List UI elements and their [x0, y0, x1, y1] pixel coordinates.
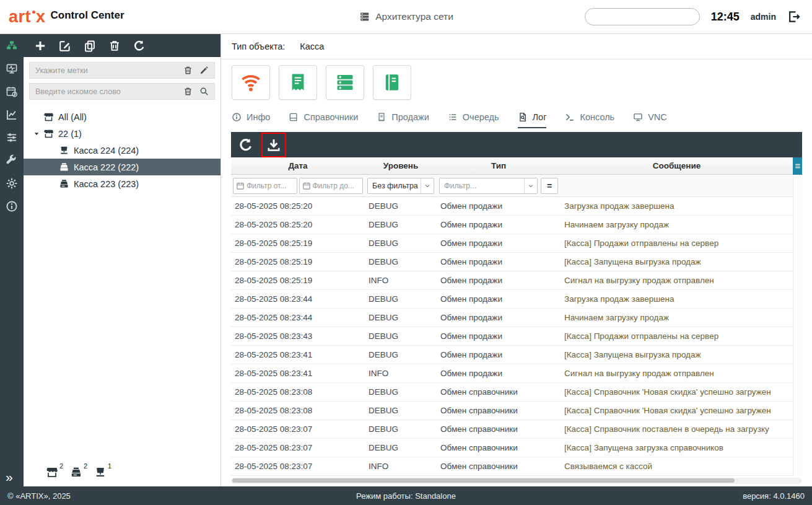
table-row[interactable]: 28-05-2025 08:25:19 INFO Обмен продажи С… — [231, 271, 802, 290]
column-header-date[interactable]: Дата — [231, 161, 365, 170]
table-row[interactable]: 28-05-2025 08:25:19 DEBUG Обмен продажи … — [231, 253, 802, 271]
terminals-counter: 1 — [94, 466, 107, 478]
download-log-button[interactable] — [263, 134, 284, 156]
tab-console[interactable]: Консоль — [565, 112, 614, 128]
cell-date: 28-05-2025 08:25:19 — [231, 239, 365, 248]
object-type-row: Тип объекта: Касса — [221, 34, 812, 59]
caret-down-icon — [33, 130, 40, 138]
sidebar-item-parameters[interactable] — [6, 131, 18, 144]
sidebar-item-reports[interactable] — [6, 108, 18, 121]
sidebar-item-service[interactable] — [6, 154, 18, 167]
cell-level: DEBUG — [365, 387, 437, 397]
table-row[interactable]: 28-05-2025 08:23:08 DEBUG Обмен справочн… — [231, 402, 802, 420]
table-filter-row: Без фильтра Фильтр... = — [231, 175, 802, 197]
sidebar-item-settings[interactable] — [6, 177, 18, 190]
wifi-status-card[interactable] — [232, 65, 270, 100]
table-row[interactable]: 28-05-2025 08:23:08 DEBUG Обмен справочн… — [231, 383, 802, 402]
table-row[interactable]: 28-05-2025 08:23:43 DEBUG Обмен продажи … — [231, 327, 802, 346]
cell-level: DEBUG — [365, 201, 437, 211]
edit-tags-button[interactable] — [199, 66, 209, 75]
tree-item-kassa-224[interactable]: Касса 224 (224) — [24, 142, 220, 159]
operator-button[interactable]: = — [541, 178, 558, 194]
collapse-caret[interactable] — [33, 130, 43, 138]
tab-vnc[interactable]: VNC — [633, 112, 667, 128]
refresh-tree-button[interactable] — [133, 40, 146, 52]
search-input[interactable] — [595, 12, 704, 22]
table-row[interactable]: 28-05-2025 08:23:07 DEBUG Обмен справочн… — [231, 439, 802, 457]
object-tree-panel: All (All) 22 (1) Касса 224 (224) Касса 2… — [24, 34, 221, 486]
cell-date: 28-05-2025 08:23:08 — [231, 406, 365, 415]
chevron-down-icon — [421, 178, 434, 193]
tab-dictionaries[interactable]: Справочники — [289, 112, 358, 128]
date-from-filter — [233, 178, 297, 194]
receipt-status-card[interactable] — [279, 65, 317, 100]
registers-count: 2 — [84, 462, 87, 470]
clear-tags-button[interactable] — [183, 66, 193, 75]
date-from-input[interactable] — [247, 182, 294, 190]
table-row[interactable]: 28-05-2025 08:23:44 DEBUG Обмен продажи … — [231, 290, 802, 309]
sidebar-item-monitoring[interactable] — [6, 63, 18, 75]
level-filter-select[interactable]: Без фильтра — [367, 178, 434, 194]
tab-info[interactable]: Инфо — [232, 112, 270, 128]
display-icon — [633, 112, 643, 122]
menu-icon — [794, 162, 801, 170]
cell-type: Обмен продажи — [437, 313, 561, 322]
cell-type: Обмен продажи — [437, 369, 561, 378]
tab-log[interactable]: Лог — [518, 112, 547, 128]
app-window: art x Control Center Архитектура сети 12… — [0, 0, 812, 505]
icon-sidebar: » — [0, 34, 24, 486]
terminals-count: 1 — [108, 462, 111, 470]
type-filter-select[interactable]: Фильтр... — [439, 178, 538, 194]
table-row[interactable]: 28-05-2025 08:25:19 DEBUG Обмен продажи … — [231, 234, 802, 253]
cell-message: [Касса] Продажи отправлены на сервер — [561, 332, 793, 341]
table-row[interactable]: 28-05-2025 08:23:44 DEBUG Обмен продажи … — [231, 309, 802, 327]
sidebar-item-about[interactable] — [6, 200, 18, 213]
column-header-type[interactable]: Тип — [437, 161, 561, 170]
tree-search-input[interactable] — [35, 87, 177, 96]
tree-item-shop-22[interactable]: 22 (1) — [24, 125, 220, 142]
tree-item-label: Касса 222 (222) — [74, 162, 139, 172]
cell-message: [Касса] Справочник 'Новая скидка' успешн… — [561, 387, 793, 397]
expand-sidebar-button[interactable]: » — [0, 470, 24, 485]
logout-button[interactable] — [787, 10, 801, 24]
cell-level: DEBUG — [365, 257, 437, 266]
table-row[interactable]: 28-05-2025 08:23:41 DEBUG Обмен продажи … — [231, 346, 802, 364]
copy-object-button[interactable] — [84, 40, 96, 52]
table-row[interactable]: 28-05-2025 08:25:20 DEBUG Обмен продажи … — [231, 197, 802, 216]
clear-search-button[interactable] — [183, 87, 193, 96]
horizontal-scrollbar-thumb[interactable] — [232, 478, 735, 483]
cell-message: Начинаем загрузку продаж — [561, 220, 793, 229]
edit-icon — [59, 40, 71, 52]
tree-item-all[interactable]: All (All) — [24, 108, 220, 125]
add-object-button[interactable] — [34, 40, 46, 52]
cell-message: [Касса] Запущена выгрузка продаж — [561, 350, 793, 359]
table-row[interactable]: 28-05-2025 08:23:07 DEBUG Обмен справочн… — [231, 420, 802, 439]
sidebar-item-architecture[interactable] — [6, 40, 18, 52]
edit-object-button[interactable] — [59, 40, 71, 52]
delete-object-button[interactable] — [108, 40, 121, 52]
tree-item-kassa-223[interactable]: Касса 223 (223) — [24, 175, 220, 192]
tree-item-kassa-222[interactable]: Касса 222 (222) — [24, 159, 220, 175]
network-stack-icon — [359, 11, 370, 22]
journal-status-card[interactable] — [373, 65, 411, 100]
date-to-input[interactable] — [313, 182, 360, 190]
tags-filter-input[interactable] — [35, 66, 177, 75]
column-header-level[interactable]: Уровень — [365, 161, 437, 170]
sidebar-item-schedule[interactable] — [6, 86, 18, 98]
server-status-card[interactable] — [326, 65, 364, 100]
tab-queue[interactable]: Очередь — [448, 112, 499, 128]
run-search-button[interactable] — [199, 87, 209, 96]
horizontal-scrollbar[interactable] — [231, 478, 802, 484]
table-row[interactable]: 28-05-2025 08:25:20 DEBUG Обмен продажи … — [231, 216, 802, 234]
tab-label: Лог — [533, 112, 547, 122]
tab-bar: Инфо Справочники Продажи Очередь Лог Кон… — [221, 105, 812, 128]
column-header-message[interactable]: Сообщение — [561, 161, 793, 170]
column-menu-button[interactable] — [793, 157, 802, 175]
table-row[interactable]: 28-05-2025 08:23:41 INFO Обмен продажи С… — [231, 364, 802, 383]
plus-icon — [34, 40, 46, 52]
status-cards — [221, 59, 812, 105]
refresh-log-button[interactable] — [235, 134, 256, 156]
vertical-scrollbar[interactable] — [793, 175, 802, 476]
tab-sales[interactable]: Продажи — [377, 112, 429, 128]
table-row[interactable]: 28-05-2025 08:23:07 INFO Обмен справочни… — [231, 457, 802, 476]
